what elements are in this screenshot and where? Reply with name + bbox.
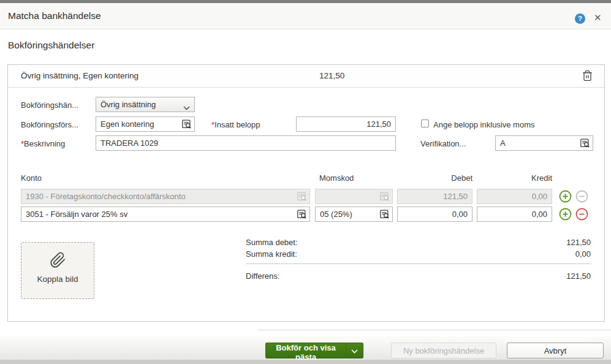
sum-credit-label: Summa kredit:: [246, 249, 297, 259]
sum-credit-value: 0,00: [575, 249, 591, 259]
credit-input: [477, 189, 552, 204]
footer-divider: [257, 330, 611, 330]
page-background-edge: [0, 360, 611, 364]
vat-inclusive-checkbox[interactable]: [421, 119, 429, 127]
column-header-debet: Debet: [399, 173, 472, 183]
entry-type-dropdown[interactable]: Övrig insättning: [96, 97, 195, 112]
help-icon[interactable]: ?: [575, 13, 585, 24]
verification-series-label: Verifikation...: [420, 139, 466, 148]
summary-divider: [246, 264, 591, 264]
new-bookkeeping-entry-button: Ny bokföringshändelse: [391, 343, 496, 358]
chevron-down-icon: [351, 349, 358, 354]
description-label: *Beskrivning: [21, 139, 65, 148]
deposit-amount-label: *Insatt belopp: [211, 120, 260, 129]
entry-header-label: Övrig insättning, Egen kontering: [21, 71, 139, 80]
dialog-footer: Bokför och visa nästa Ny bokföringshände…: [0, 336, 611, 360]
add-row-icon[interactable]: [559, 208, 572, 221]
chevron-down-icon: [183, 103, 190, 112]
dialog-titlebar: Matcha bankhändelse ? ✕: [0, 3, 611, 29]
remove-row-icon: [575, 190, 588, 203]
column-header-kredit: Kredit: [469, 173, 552, 183]
account-lookup-icon: [297, 191, 307, 202]
debit-input: [397, 189, 472, 204]
entry-header-row: Övrig insättning, Egen kontering 121,50: [8, 65, 604, 88]
vat-code-lookup-icon: [379, 191, 390, 202]
paperclip-icon: [50, 252, 66, 268]
description-input[interactable]: [96, 135, 396, 151]
difference-value: 121,50: [566, 271, 591, 281]
posting-template-input[interactable]: [96, 116, 195, 132]
deposit-amount-input[interactable]: [296, 116, 396, 132]
vat-inclusive-label: Ange belopp inklusive moms: [433, 120, 534, 129]
cancel-button[interactable]: Avbryt: [507, 343, 604, 358]
posting-template-lookup-icon[interactable]: [181, 119, 192, 129]
dialog-title: Matcha bankhändelse: [8, 10, 101, 21]
sum-debit-label: Summa debet:: [246, 238, 298, 247]
account-input: [21, 189, 310, 204]
posting-template-label: Bokföringsförs...: [21, 120, 78, 129]
credit-input[interactable]: [477, 207, 552, 222]
match-bank-transaction-dialog: Matcha bankhändelse ? ✕ Bokföringshändel…: [0, 0, 611, 364]
verification-series-input[interactable]: [495, 135, 593, 151]
sum-debit-value: 121,50: [566, 238, 591, 247]
entry-header-amount: 121,50: [319, 71, 344, 80]
attach-image-label: Koppla bild: [21, 275, 94, 284]
account-lookup-icon[interactable]: [297, 209, 307, 219]
verification-series-lookup-icon[interactable]: [580, 138, 590, 148]
page-title: Bokföringshändelser: [8, 40, 94, 51]
post-and-show-next-button[interactable]: Bokför och visa nästa: [265, 343, 346, 358]
account-input[interactable]: [21, 207, 310, 222]
close-icon[interactable]: ✕: [594, 12, 602, 23]
delete-entry-icon[interactable]: [582, 70, 593, 82]
entry-type-selected-value: Övrig insättning: [101, 100, 156, 109]
difference-label: Differens:: [246, 271, 279, 281]
debit-input[interactable]: [397, 207, 472, 222]
add-row-icon[interactable]: [559, 190, 572, 203]
bookkeeping-entry-card: Övrig insättning, Egen kontering 121,50 …: [7, 64, 605, 322]
entry-type-label: Bokföringshän...: [21, 100, 78, 110]
post-options-dropdown-button[interactable]: [346, 343, 363, 358]
vat-code-lookup-icon[interactable]: [379, 209, 390, 219]
column-header-konto: Konto: [21, 173, 42, 183]
column-header-momskod: Momskod: [319, 173, 354, 183]
attach-image-button[interactable]: Koppla bild: [21, 242, 94, 299]
remove-row-icon[interactable]: [575, 208, 588, 221]
